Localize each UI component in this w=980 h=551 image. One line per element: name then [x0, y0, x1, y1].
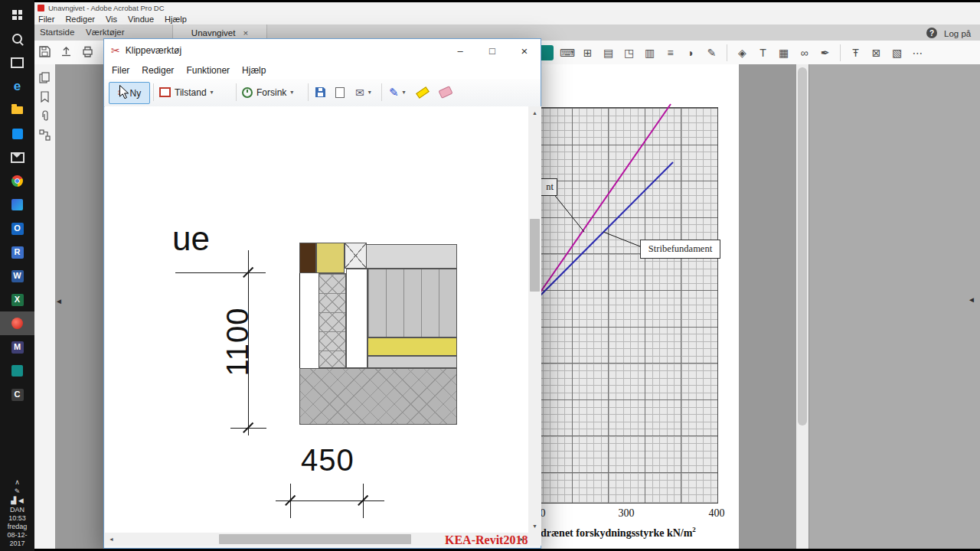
highlighter-button[interactable]	[416, 82, 429, 103]
dim-text-450: 450	[301, 443, 354, 478]
scroll-left-icon[interactable]: ◄	[105, 533, 118, 546]
send-snip-dropdown[interactable]: ✉ ▾	[355, 82, 371, 103]
eraser-icon	[438, 86, 452, 99]
taskbar-chrome[interactable]	[0, 169, 34, 193]
volume-icon[interactable]: ◀	[18, 497, 24, 504]
toolbar-separator	[381, 83, 382, 101]
save-snip-button[interactable]	[315, 82, 325, 103]
screen: Unavngivet - Adobe Acrobat Pro DC FilerR…	[0, 0, 980, 551]
close-button[interactable]: ×	[508, 39, 541, 62]
hscroll-thumb[interactable]	[219, 534, 411, 544]
copy-snip-button[interactable]	[335, 82, 345, 103]
leader-line-right	[603, 232, 640, 246]
scroll-up-icon[interactable]: ▲	[528, 106, 541, 119]
highlighter-icon	[416, 86, 430, 99]
windows-taskbar: e	[0, 0, 34, 551]
language-indicator[interactable]: DAN	[0, 505, 34, 514]
snip-menu-rediger[interactable]: Rediger	[142, 65, 174, 76]
toolbar-separator	[308, 83, 309, 101]
capture-cavity-gap	[346, 269, 368, 368]
toolbar-separator	[153, 83, 154, 101]
capture-partial-text: ue	[172, 220, 210, 258]
taskbar-task-view[interactable]	[0, 51, 34, 74]
capture-wood-block	[299, 243, 316, 273]
taskbar-excel[interactable]: X	[0, 288, 34, 311]
clock-time[interactable]: 10:53	[0, 514, 34, 523]
minimize-button[interactable]: –	[444, 39, 476, 62]
network-icon[interactable]: ▟	[11, 497, 16, 504]
snip-menu-hj-lp[interactable]: Hjælp	[242, 65, 266, 76]
taskbar-word[interactable]: W	[0, 264, 34, 288]
dim-ext-line	[175, 272, 266, 273]
capture-insulation-top	[316, 243, 345, 273]
taskbar-apps: e	[0, 0, 34, 406]
snip-window-title: Klippeværktøj	[126, 45, 444, 56]
scroll-down-icon[interactable]: ▼	[528, 520, 541, 533]
mode-icon	[159, 87, 171, 97]
maximize-button[interactable]: □	[476, 39, 508, 62]
taskbar-acrobat[interactable]	[0, 311, 34, 335]
mode-dropdown[interactable]: Tilstand ▾	[159, 82, 214, 103]
x-axis-title: drænet forskydningsstyrke kN/m2	[541, 526, 696, 540]
leader-line-left	[553, 193, 584, 232]
snip-menu-funktioner[interactable]: Funktioner	[186, 65, 230, 76]
capture-cross-box	[345, 243, 367, 269]
taskbar-mail[interactable]	[0, 145, 34, 169]
capture-watermark: KEA-Revit2018	[445, 533, 528, 547]
snip-titlebar[interactable]: ✂ Klippeværktøj – □ ×	[104, 39, 541, 62]
snip-menubar: FilerRedigerFunktionerHjælp	[104, 62, 541, 80]
tray-pen-icon[interactable]: ✎	[0, 487, 34, 496]
tray-chevron-icon[interactable]: ∧	[0, 478, 34, 487]
taskbar-edge[interactable]: e	[0, 74, 34, 98]
capture-block-course	[368, 269, 457, 337]
toolbar-separator	[236, 83, 237, 101]
taskbar-photos[interactable]	[0, 193, 34, 217]
taskbar-store[interactable]	[0, 122, 34, 145]
snip-toolbar: ✂ Ny Tilstand ▾ Forsink ▾	[104, 79, 541, 107]
x-tick-400: 400	[704, 507, 730, 520]
taskbar-teal-app[interactable]	[0, 359, 34, 383]
taskbar-outlook[interactable]: O	[0, 217, 34, 240]
snipping-tool-window: ✂ Klippeværktøj – □ × FilerRedigerFunkti…	[103, 38, 541, 549]
capture-wall-face-line	[299, 273, 300, 368]
dim-text-1100: 1100	[220, 300, 255, 384]
taskbar-m-app[interactable]: M	[0, 335, 34, 359]
save-floppy-icon	[315, 87, 325, 97]
pen-dropdown[interactable]: ✎ ▾	[389, 82, 406, 103]
clock-day[interactable]: fredag	[0, 523, 34, 531]
copy-icon	[335, 87, 345, 98]
taskbar-search[interactable]	[0, 27, 34, 51]
taskbar-file-explorer[interactable]	[0, 98, 34, 122]
dim-line-horizontal	[276, 500, 384, 501]
delay-dropdown[interactable]: Forsink ▾	[242, 82, 293, 103]
mouse-cursor	[119, 85, 130, 100]
snip-vscrollbar[interactable]: ▲ ▼	[528, 106, 541, 546]
capture-screed-strip	[368, 356, 457, 368]
scissors-app-icon: ✂	[111, 44, 120, 57]
eraser-button[interactable]	[439, 82, 452, 103]
vscroll-thumb[interactable]	[530, 219, 540, 292]
taskbar-c-app[interactable]: C	[0, 383, 34, 406]
mail-icon: ✉	[355, 86, 364, 99]
snip-capture-area: ue 1100 450	[105, 106, 528, 533]
snip-menu-filer[interactable]: Filer	[112, 65, 129, 76]
capture-wall-column	[318, 273, 346, 368]
delay-clock-icon	[242, 87, 253, 98]
pen-icon: ✎	[389, 86, 399, 99]
taskbar-tray: ∧ ✎ ▟ ◀ DAN 10:53 fredag 08-12-2017	[0, 478, 34, 548]
taskbar-revit[interactable]: R	[0, 240, 34, 264]
x-tick-300: 300	[615, 507, 638, 520]
taskbar-start[interactable]	[0, 3, 34, 27]
capture-insulation-strip	[368, 337, 457, 356]
capture-foundation-block	[299, 368, 457, 425]
clock-date[interactable]: 08-12-2017	[0, 531, 34, 548]
chart-label-stribefundament: Stribefundament	[640, 240, 720, 259]
